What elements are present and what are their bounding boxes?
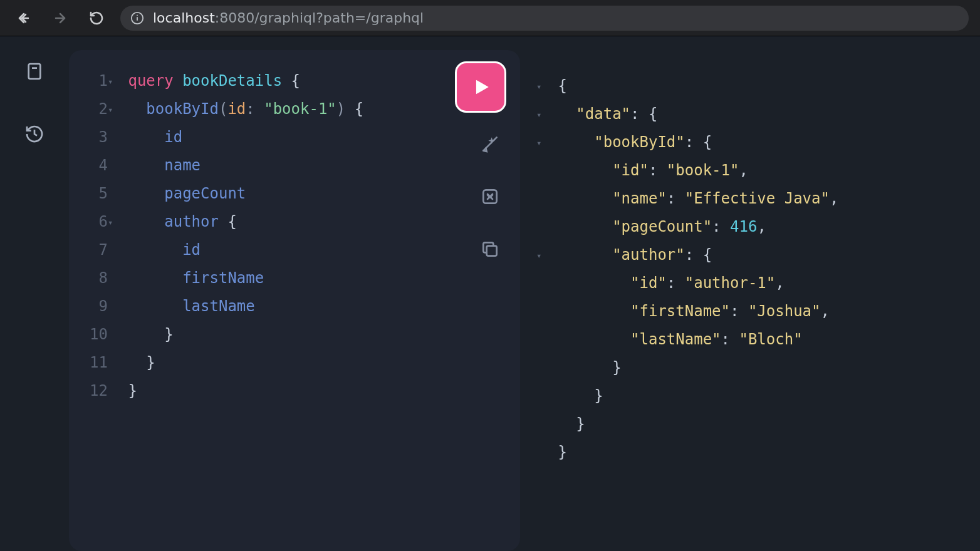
svg-rect-4 (29, 64, 41, 79)
line-number: 4 (81, 152, 108, 178)
result-line: "pageCount": 416, (536, 214, 967, 242)
line-number: 7 (81, 237, 108, 263)
result-line: "id": "book-1", (536, 157, 967, 185)
query-code[interactable]: 1▾ query bookDetails {2▾ bookById(id: "b… (81, 68, 508, 406)
line-number: 1 (81, 68, 108, 94)
result-line: "lastName": "Bloch" (536, 326, 967, 354)
code-line[interactable]: 7▾ id (81, 237, 508, 265)
code-line[interactable]: 12▾ } (81, 378, 508, 406)
code-line[interactable]: 9▾ lastName (81, 293, 508, 321)
fold-toggle[interactable]: ▾ (108, 68, 119, 95)
prettify-button[interactable] (477, 131, 503, 157)
result-line: ▾ "data": { (536, 101, 967, 129)
result-line: ▾ "bookById": { (536, 129, 967, 157)
result-line: } (536, 411, 967, 439)
fold-toggle[interactable]: ▾ (108, 96, 119, 123)
sidebar (0, 36, 69, 551)
result-line: "id": "author-1", (536, 270, 967, 298)
result-line: } (536, 383, 967, 411)
line-number: 11 (81, 349, 108, 376)
line-number: 6 (81, 209, 108, 235)
result-line: ▾ { (536, 73, 967, 101)
result-line: } (536, 354, 967, 383)
result-line: "name": "Effective Java", (536, 185, 967, 214)
code-line[interactable]: 4▾ name (81, 152, 508, 180)
reload-button[interactable] (84, 6, 109, 31)
fold-toggle[interactable]: ▾ (536, 73, 549, 100)
history-button[interactable] (21, 120, 48, 148)
forward-button[interactable] (48, 6, 73, 31)
docs-button[interactable] (21, 58, 48, 85)
result-line: "firstName": "Joshua", (536, 298, 967, 326)
line-number: 9 (81, 293, 108, 319)
run-button[interactable] (455, 61, 506, 113)
fold-toggle[interactable]: ▾ (536, 101, 549, 128)
browser-toolbar: localhost:8080/graphiql?path=/graphql (0, 0, 980, 36)
code-line[interactable]: 6▾ author { (81, 209, 508, 237)
code-line[interactable]: 3▾ id (81, 124, 508, 152)
fold-toggle[interactable]: ▾ (536, 242, 549, 269)
code-line[interactable]: 1▾ query bookDetails { (81, 68, 508, 96)
code-line[interactable]: 5▾ pageCount (81, 180, 508, 209)
line-number: 12 (81, 378, 108, 404)
result-pane[interactable]: ▾ {▾ "data": {▾ "bookById": { "id": "boo… (531, 50, 975, 551)
graphiql-app: 1▾ query bookDetails {2▾ bookById(id: "b… (0, 36, 980, 551)
query-editor[interactable]: 1▾ query bookDetails {2▾ bookById(id: "b… (69, 50, 520, 551)
back-button[interactable] (11, 6, 36, 31)
fold-toggle[interactable]: ▾ (536, 130, 549, 156)
code-line[interactable]: 8▾ firstName (81, 265, 508, 293)
url-text: localhost:8080/graphiql?path=/graphql (153, 10, 424, 26)
result-line: } (536, 439, 967, 467)
editor-tools (477, 131, 503, 262)
code-line[interactable]: 11▾ } (81, 349, 508, 378)
address-bar[interactable]: localhost:8080/graphiql?path=/graphql (120, 6, 969, 31)
svg-rect-8 (487, 246, 497, 256)
line-number: 5 (81, 180, 108, 207)
site-info-icon[interactable] (130, 11, 144, 25)
line-number: 10 (81, 321, 108, 348)
code-line[interactable]: 10▾ } (81, 321, 508, 349)
line-number: 2 (81, 96, 108, 122)
svg-point-3 (137, 14, 138, 16)
copy-button[interactable] (477, 237, 503, 262)
fold-toggle[interactable]: ▾ (108, 209, 119, 235)
line-number: 8 (81, 265, 108, 291)
merge-button[interactable] (477, 184, 503, 209)
result-line: ▾ "author": { (536, 242, 967, 270)
code-line[interactable]: 2▾ bookById(id: "book-1") { (81, 96, 508, 124)
main-area: 1▾ query bookDetails {2▾ bookById(id: "b… (69, 36, 980, 551)
line-number: 3 (81, 124, 108, 150)
